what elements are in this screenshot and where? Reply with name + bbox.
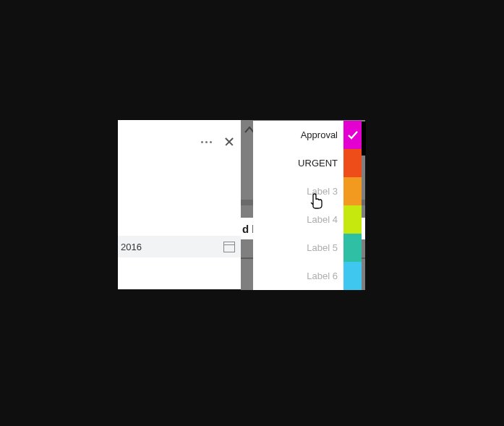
- date-field[interactable]: 2016: [118, 236, 241, 257]
- label-swatch: [343, 177, 362, 205]
- label-dropdown[interactable]: Approval URGENT Label 3 Label 4 Label 5 …: [253, 121, 343, 290]
- calendar-icon: [223, 242, 235, 252]
- label-swatch: [343, 149, 362, 177]
- label-option-5[interactable]: Label 5: [253, 234, 343, 262]
- label-option-3[interactable]: Label 3: [253, 177, 343, 205]
- detail-panel: 2016: [118, 120, 241, 289]
- label-option-text: URGENT: [298, 158, 338, 169]
- more-icon[interactable]: [201, 141, 212, 143]
- label-swatch: [343, 205, 362, 234]
- label-option-text: Label 6: [307, 270, 338, 281]
- date-text: 2016: [121, 242, 142, 252]
- close-icon[interactable]: [225, 137, 234, 146]
- label-option-4[interactable]: Label 4: [253, 205, 343, 234]
- label-option-text: Label 4: [307, 214, 338, 225]
- label-option-text: Label 3: [307, 186, 338, 197]
- label-option-text: Approval: [301, 129, 338, 140]
- label-swatch: [343, 121, 362, 149]
- label-option-6[interactable]: Label 6: [253, 262, 343, 290]
- check-icon: [348, 131, 358, 140]
- label-swatch: [343, 262, 362, 290]
- label-swatch: [343, 234, 362, 262]
- label-option-urgent[interactable]: URGENT: [253, 149, 343, 177]
- label-option-approval[interactable]: Approval: [253, 121, 343, 149]
- label-option-text: Label 5: [307, 242, 338, 253]
